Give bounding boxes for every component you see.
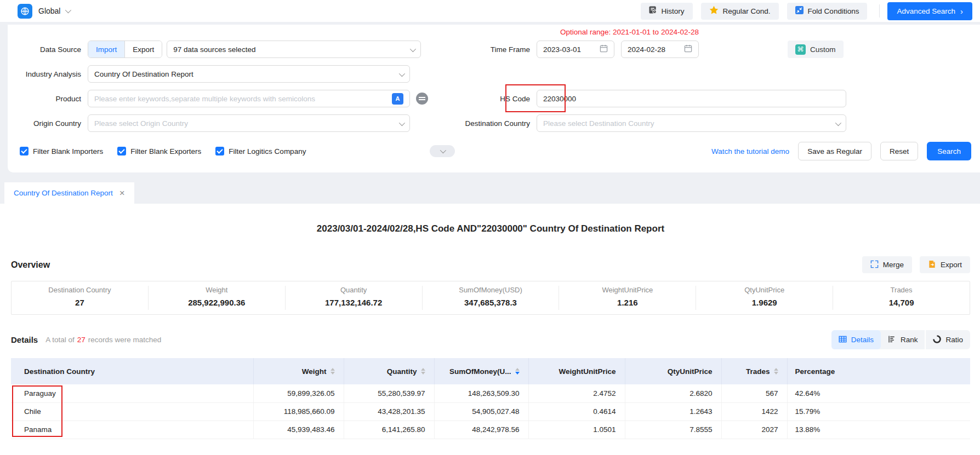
- tutorial-link[interactable]: Watch the tutorial demo: [711, 147, 789, 155]
- translate-icon[interactable]: A: [392, 93, 403, 105]
- merge-button[interactable]: Merge: [862, 256, 912, 273]
- filter-blank-exporters-checkbox[interactable]: Filter Blank Exporters: [117, 147, 201, 155]
- advanced-search-label: Advanced Search: [897, 7, 955, 15]
- cell-country[interactable]: Chile: [11, 402, 253, 421]
- date-start-input[interactable]: 2023-03-01: [537, 41, 614, 58]
- hs-code-input[interactable]: 22030000: [537, 90, 846, 107]
- filter-logitics-company-checkbox[interactable]: Filter Logitics Company: [215, 147, 306, 155]
- stat-value: 177,132,146.72: [286, 298, 422, 307]
- industry-analysis-select[interactable]: Country Of Destination Report: [88, 65, 410, 83]
- col-qty-unit-price[interactable]: QtyUnitPrice: [625, 367, 721, 376]
- stat-weight-unit-price: WeightUnitPrice 1.216: [559, 286, 696, 310]
- details-heading: Details: [11, 335, 38, 344]
- stat-label: Trades: [833, 286, 970, 294]
- col-destination-country[interactable]: Destination Country: [11, 367, 253, 376]
- custom-time-button[interactable]: ⌘ Custom: [788, 41, 844, 58]
- advanced-search-button[interactable]: Advanced Search ›: [887, 2, 972, 20]
- globe-icon[interactable]: [18, 4, 32, 19]
- report-title: 2023/03/01-2024/02/28,HS Code AND"220300…: [11, 204, 970, 234]
- star-icon: [709, 5, 719, 16]
- sort-icon[interactable]: [421, 368, 425, 375]
- reset-button[interactable]: Reset: [880, 142, 918, 160]
- form-row-industry: Industry Analysis Country Of Destination…: [8, 65, 971, 83]
- cell-weight-unit-price: 2.4752: [528, 384, 625, 402]
- arrow-right-icon: ›: [960, 7, 963, 15]
- industry-analysis-value: Country Of Destination Report: [94, 70, 193, 78]
- cell-trades: 567: [721, 384, 787, 402]
- sort-icon[interactable]: [774, 368, 778, 375]
- history-button[interactable]: History: [641, 3, 693, 20]
- view-ratio-label: Ratio: [945, 336, 963, 344]
- tab-country-of-destination-report[interactable]: Country Of Destination Report ×: [4, 182, 134, 204]
- col-trades[interactable]: Trades: [722, 367, 787, 376]
- cell-qty-unit-price: 2.6820: [625, 384, 721, 402]
- records-matched-text: A total of27records were matched: [45, 336, 161, 344]
- col-weight-unit-price[interactable]: WeightUnitPrice: [529, 367, 625, 376]
- col-sum-of-money[interactable]: SumOfMoney(U...: [435, 367, 528, 376]
- stat-value: 1.9629: [696, 298, 833, 307]
- sort-icon-active-desc[interactable]: [515, 368, 520, 375]
- cell-country[interactable]: Paraguay: [11, 384, 253, 402]
- export-button[interactable]: Export: [920, 256, 970, 273]
- tab-close-icon[interactable]: ×: [119, 188, 125, 198]
- import-export-toggle: Import Export: [88, 41, 162, 58]
- cell-trades: 2027: [721, 421, 787, 439]
- view-rank-button[interactable]: Rank: [881, 330, 925, 349]
- view-details-button[interactable]: Details: [831, 330, 881, 349]
- matched-prefix: A total of: [45, 336, 75, 344]
- table-row-panama[interactable]: Panama 45,939,483.46 6,141,265.80 48,242…: [11, 421, 970, 439]
- custom-label: Custom: [810, 45, 836, 54]
- details-table: Destination Country Weight Quantity SumO…: [11, 358, 970, 439]
- save-as-regular-button[interactable]: Save as Regular: [798, 142, 871, 160]
- details-header-row: Details A total of27records were matched…: [11, 330, 970, 349]
- export-icon: [928, 260, 936, 270]
- search-button[interactable]: Search: [927, 142, 971, 160]
- table-row-paraguay[interactable]: Paraguay 59,899,326.05 55,280,539.97 148…: [11, 384, 970, 402]
- export-toggle[interactable]: Export: [124, 41, 162, 57]
- product-placeholder: Please enter keywords,separate multiple …: [94, 95, 315, 103]
- topbar-actions: History Regular Cond. Fold Conditions Ad…: [633, 2, 972, 20]
- stat-label: Weight: [149, 286, 285, 294]
- checkbox-checked-icon: [20, 147, 29, 155]
- form-row-product-hscode: Product Please enter keywords,separate m…: [8, 90, 971, 107]
- overview-heading: Overview: [11, 260, 50, 270]
- product-label: Product: [8, 95, 88, 103]
- cell-country[interactable]: Panama: [11, 421, 253, 439]
- import-toggle[interactable]: Import: [88, 41, 124, 57]
- region-chevron-down-icon[interactable]: [65, 7, 71, 13]
- time-frame-label: Time Frame: [424, 45, 537, 54]
- history-button-label: History: [662, 7, 685, 15]
- stat-value: 347,685,378.3: [423, 298, 559, 307]
- data-source-label: Data Source: [8, 45, 88, 54]
- cell-weight-unit-price: 0.4614: [528, 402, 625, 421]
- col-percentage[interactable]: Percentage: [788, 367, 971, 376]
- chevron-down-icon: [410, 45, 416, 51]
- regular-cond-button[interactable]: Regular Cond.: [701, 3, 779, 20]
- origin-country-select[interactable]: Please select Origin Country: [88, 114, 410, 132]
- chevron-down-icon: [835, 119, 841, 125]
- date-end-input[interactable]: 2024-02-28: [621, 41, 699, 58]
- date-start-value: 2023-03-01: [543, 45, 581, 54]
- sort-icon[interactable]: [331, 368, 335, 375]
- fold-conditions-button[interactable]: Fold Conditions: [787, 3, 868, 20]
- stat-value: 1.216: [559, 298, 696, 307]
- col-quantity[interactable]: Quantity: [344, 367, 434, 376]
- view-ratio-button[interactable]: Ratio: [925, 330, 970, 349]
- filter-blank-importers-checkbox[interactable]: Filter Blank Importers: [20, 147, 103, 155]
- product-input[interactable]: Please enter keywords,separate multiple …: [88, 90, 410, 107]
- data-sources-select[interactable]: 97 data sources selected: [167, 41, 421, 58]
- region-selector-label[interactable]: Global: [38, 7, 60, 15]
- destination-country-select[interactable]: Please select Destination Country: [537, 114, 846, 132]
- stat-label: SumOfMoney(USD): [423, 286, 559, 294]
- overview-stats-card: Destination Country 27 Weight 285,922,99…: [11, 281, 970, 315]
- rank-chart-icon: [888, 335, 896, 345]
- top-bar: Global History Regular Cond. Fold Condit…: [0, 0, 980, 22]
- collapse-form-button[interactable]: [430, 145, 455, 157]
- custom-icon: ⌘: [795, 44, 806, 55]
- table-row-chile[interactable]: Chile 118,985,660.09 43,428,201.35 54,90…: [11, 402, 970, 421]
- cell-qty-unit-price: 7.8555: [625, 421, 721, 439]
- cell-quantity: 55,280,539.97: [344, 384, 434, 402]
- date-end-value: 2024-02-28: [628, 45, 665, 54]
- filter-logitics-company-label: Filter Logitics Company: [229, 147, 306, 155]
- col-weight[interactable]: Weight: [254, 367, 344, 376]
